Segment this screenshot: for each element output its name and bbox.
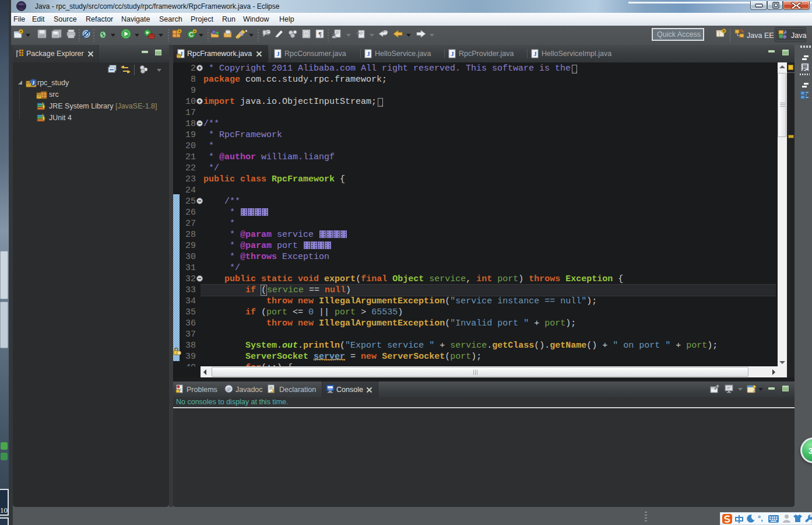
svg-text:J: J <box>32 80 35 86</box>
svg-text:@: @ <box>226 386 231 392</box>
svg-text:J: J <box>276 50 280 57</box>
svg-text:C: C <box>266 30 270 35</box>
svg-text:J: J <box>367 50 370 57</box>
svg-text:¶: ¶ <box>318 30 322 37</box>
svg-text:J: J <box>533 50 537 57</box>
svg-text:J: J <box>451 50 454 57</box>
